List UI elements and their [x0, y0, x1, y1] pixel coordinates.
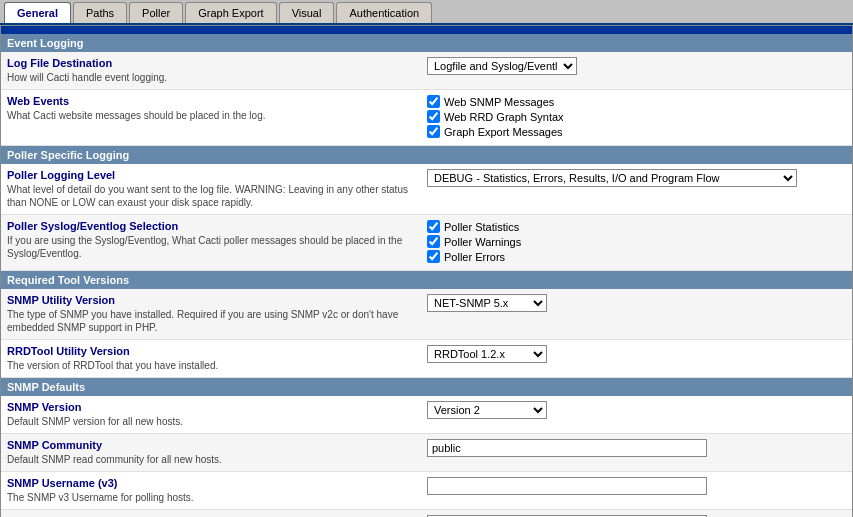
setting-row-log-file-destination: Log File DestinationHow will Cacti handl…: [1, 52, 852, 90]
setting-label-snmp-username: SNMP Username (v3)The SNMP v3 Username f…: [7, 477, 427, 504]
section-header-snmp-defaults: SNMP Defaults: [1, 378, 852, 396]
section-header-poller-specific-logging: Poller Specific Logging: [1, 146, 852, 164]
checkbox-label: Poller Warnings: [444, 236, 521, 248]
setting-name-poller-syslog-selection: Poller Syslog/Eventlog Selection: [7, 220, 417, 232]
checkbox-label: Poller Statistics: [444, 221, 519, 233]
sections-container: Event LoggingLog File DestinationHow wil…: [1, 34, 852, 517]
setting-row-poller-syslog-selection: Poller Syslog/Eventlog SelectionIf you a…: [1, 215, 852, 271]
setting-name-snmp-username: SNMP Username (v3): [7, 477, 417, 489]
setting-label-snmp-utility-version: SNMP Utility VersionThe type of SNMP you…: [7, 294, 427, 334]
setting-control-snmp-utility-version: NET-SNMP 5.xNET-SNMP 4.xUCD-SNMP 3.x: [427, 294, 846, 312]
setting-name-snmp-community: SNMP Community: [7, 439, 417, 451]
checkbox-row-poller-errors: Poller Errors: [427, 250, 846, 263]
checkbox-row-poller-warnings: Poller Warnings: [427, 235, 846, 248]
setting-desc-snmp-utility-version: The type of SNMP you have installed. Req…: [7, 308, 417, 334]
main-container: Event LoggingLog File DestinationHow wil…: [0, 25, 853, 517]
setting-row-rrdtool-utility-version: RRDTool Utility VersionThe version of RR…: [1, 340, 852, 378]
setting-label-rrdtool-utility-version: RRDTool Utility VersionThe version of RR…: [7, 345, 427, 372]
checkbox-graph-export-messages[interactable]: [427, 125, 440, 138]
select-log-file-destination[interactable]: Logfile and Syslog/EventlogLogfileSyslog…: [427, 57, 577, 75]
checkbox-poller-errors[interactable]: [427, 250, 440, 263]
setting-control-poller-syslog-selection: Poller StatisticsPoller WarningsPoller E…: [427, 220, 846, 265]
tab-authentication[interactable]: Authentication: [336, 2, 432, 23]
setting-desc-log-file-destination: How will Cacti handle event logging.: [7, 71, 417, 84]
tab-paths[interactable]: Paths: [73, 2, 127, 23]
tab-graph-export[interactable]: Graph Export: [185, 2, 276, 23]
tab-general[interactable]: General: [4, 2, 71, 23]
select-rrdtool-utility-version[interactable]: RRDTool 1.2.xRRDTool 1.0.x: [427, 345, 547, 363]
setting-name-rrdtool-utility-version: RRDTool Utility Version: [7, 345, 417, 357]
checkbox-row-web-rrd-graph-syntax: Web RRD Graph Syntax: [427, 110, 846, 123]
page-title: [1, 26, 852, 34]
setting-control-poller-logging-level: DEBUG - Statistics, Errors, Results, I/O…: [427, 169, 846, 187]
setting-name-snmp-utility-version: SNMP Utility Version: [7, 294, 417, 306]
input-snmp-community[interactable]: [427, 439, 707, 457]
setting-control-rrdtool-utility-version: RRDTool 1.2.xRRDTool 1.0.x: [427, 345, 846, 363]
setting-control-snmp-username: [427, 477, 846, 495]
setting-name-web-events: Web Events: [7, 95, 417, 107]
tab-bar: GeneralPathsPollerGraph ExportVisualAuth…: [0, 0, 853, 25]
setting-desc-web-events: What Cacti website messages should be pl…: [7, 109, 417, 122]
tab-visual[interactable]: Visual: [279, 2, 335, 23]
setting-control-log-file-destination: Logfile and Syslog/EventlogLogfileSyslog…: [427, 57, 846, 75]
setting-label-poller-syslog-selection: Poller Syslog/Eventlog SelectionIf you a…: [7, 220, 427, 260]
checkbox-poller-warnings[interactable]: [427, 235, 440, 248]
checkbox-row-graph-export-messages: Graph Export Messages: [427, 125, 846, 138]
setting-row-poller-logging-level: Poller Logging LevelWhat level of detail…: [1, 164, 852, 215]
section-header-required-tool-versions: Required Tool Versions: [1, 271, 852, 289]
input-snmp-username[interactable]: [427, 477, 707, 495]
checkbox-label: Web RRD Graph Syntax: [444, 111, 564, 123]
checkbox-row-web-snmp-messages: Web SNMP Messages: [427, 95, 846, 108]
setting-desc-poller-syslog-selection: If you are using the Syslog/Eventlog, Wh…: [7, 234, 417, 260]
checkbox-poller-statistics[interactable]: [427, 220, 440, 233]
setting-row-snmp-password: SNMP Password (v3)The SNMP v3 Password f…: [1, 510, 852, 517]
setting-desc-snmp-community: Default SNMP read community for all new …: [7, 453, 417, 466]
checkbox-web-snmp-messages[interactable]: [427, 95, 440, 108]
setting-desc-snmp-username: The SNMP v3 Username for polling hosts.: [7, 491, 417, 504]
setting-row-snmp-version: SNMP VersionDefault SNMP version for all…: [1, 396, 852, 434]
setting-control-snmp-version: Version 2Version 1Version 3: [427, 401, 846, 419]
checkbox-web-rrd-graph-syntax[interactable]: [427, 110, 440, 123]
setting-name-log-file-destination: Log File Destination: [7, 57, 417, 69]
select-poller-logging-level[interactable]: DEBUG - Statistics, Errors, Results, I/O…: [427, 169, 797, 187]
setting-control-snmp-community: [427, 439, 846, 457]
setting-control-web-events: Web SNMP MessagesWeb RRD Graph SyntaxGra…: [427, 95, 846, 140]
setting-label-web-events: Web EventsWhat Cacti website messages sh…: [7, 95, 427, 122]
setting-label-poller-logging-level: Poller Logging LevelWhat level of detail…: [7, 169, 427, 209]
checkbox-label: Poller Errors: [444, 251, 505, 263]
setting-row-snmp-username: SNMP Username (v3)The SNMP v3 Username f…: [1, 472, 852, 510]
setting-label-snmp-version: SNMP VersionDefault SNMP version for all…: [7, 401, 427, 428]
setting-desc-rrdtool-utility-version: The version of RRDTool that you have ins…: [7, 359, 417, 372]
setting-label-log-file-destination: Log File DestinationHow will Cacti handl…: [7, 57, 427, 84]
checkbox-label: Web SNMP Messages: [444, 96, 554, 108]
select-snmp-version[interactable]: Version 2Version 1Version 3: [427, 401, 547, 419]
checkbox-row-poller-statistics: Poller Statistics: [427, 220, 846, 233]
setting-name-poller-logging-level: Poller Logging Level: [7, 169, 417, 181]
setting-name-snmp-version: SNMP Version: [7, 401, 417, 413]
select-snmp-utility-version[interactable]: NET-SNMP 5.xNET-SNMP 4.xUCD-SNMP 3.x: [427, 294, 547, 312]
setting-row-web-events: Web EventsWhat Cacti website messages sh…: [1, 90, 852, 146]
tab-poller[interactable]: Poller: [129, 2, 183, 23]
setting-row-snmp-community: SNMP CommunityDefault SNMP read communit…: [1, 434, 852, 472]
setting-label-snmp-community: SNMP CommunityDefault SNMP read communit…: [7, 439, 427, 466]
checkbox-label: Graph Export Messages: [444, 126, 563, 138]
setting-desc-snmp-version: Default SNMP version for all new hosts.: [7, 415, 417, 428]
setting-desc-poller-logging-level: What level of detail do you want sent to…: [7, 183, 417, 209]
setting-row-snmp-utility-version: SNMP Utility VersionThe type of SNMP you…: [1, 289, 852, 340]
section-header-event-logging: Event Logging: [1, 34, 852, 52]
